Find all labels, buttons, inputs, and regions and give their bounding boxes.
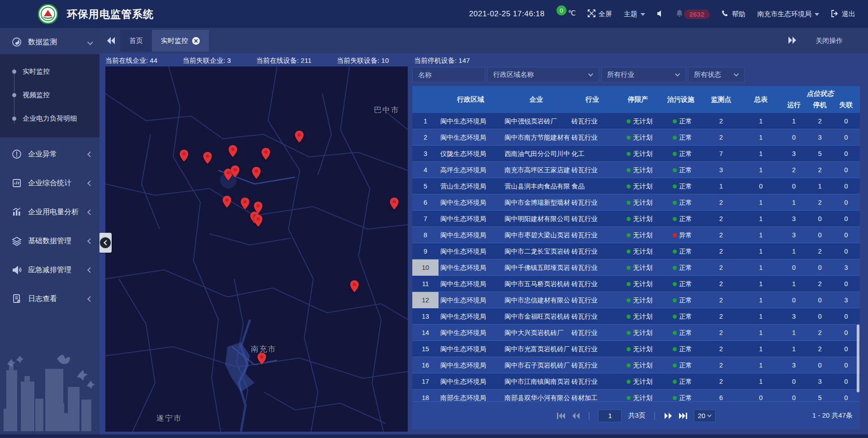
sidebar-item[interactable]: 企业异常	[0, 142, 99, 166]
cell-company: 阆中千佛镇五郎垭页岩	[503, 264, 570, 272]
table-row[interactable]: 17阆中生态环境局阆中市江南镇阆南页岩砖瓦行业无计划正常21030	[412, 373, 860, 390]
cell-monitor-points: 2	[701, 345, 741, 353]
table-row[interactable]: 15阆中生态环境局阆中市光富页岩机砖厂砖瓦行业无计划正常21120	[412, 341, 860, 357]
status-ok-dot	[627, 380, 631, 384]
sidebar-item[interactable]: 应急减排管理	[0, 258, 99, 282]
sidebar-item[interactable]: 数据监测	[0, 30, 99, 54]
table-row[interactable]: 13阆中生态环境局阆中市金福旺页岩机砖砖瓦行业无计划正常21300	[412, 308, 860, 325]
row-number: 11	[412, 276, 439, 292]
chevron-down-icon	[588, 71, 593, 76]
cell-company: 阆中市光富页岩机砖厂	[503, 345, 570, 353]
row-number: 10	[412, 259, 439, 276]
logout-button[interactable]: 退出	[831, 10, 855, 19]
sidebar-item[interactable]: 企业用电量分析	[0, 200, 99, 224]
table-row[interactable]: 2阆中生态环境局阆中市南方节能建材有砖瓦行业无计划正常21030	[412, 129, 860, 146]
map-pin[interactable]	[179, 150, 189, 162]
sidebar-item-label: 企业综合统计	[28, 179, 88, 188]
map-pin[interactable]	[241, 198, 250, 210]
notifications[interactable]: 2632	[676, 9, 710, 19]
table-row[interactable]: 10阆中生态环境局阆中千佛镇五郎垭页岩砖瓦行业无计划正常21003	[412, 259, 860, 276]
table-row[interactable]: 14阆中生态环境局阆中大兴页岩机砖厂砖瓦行业无计划正常21120	[412, 325, 860, 341]
status-alarm-dot	[673, 233, 677, 237]
status-ok-dot	[673, 380, 677, 384]
help-button[interactable]: 帮助	[722, 10, 745, 19]
cell-monitor-points: 2	[701, 297, 741, 304]
table-row[interactable]: 16阆中生态环境局阆中市石子页岩机砖厂砖瓦行业无计划正常21300	[412, 357, 860, 373]
sidebar-item-label: 企业用电量分析	[28, 207, 88, 217]
table-row[interactable]: 3仪陇生态环境局西南油气田分公司川中化工无计划正常71350	[412, 146, 860, 162]
table-row[interactable]: 9阆中生态环境局阆中市二龙长宝页岩砖砖瓦行业无计划正常21120	[412, 243, 860, 259]
sidebar-subitem[interactable]: 视频监控	[0, 83, 99, 107]
sidebar-item[interactable]: 企业综合统计	[0, 171, 99, 195]
tab-close-icon[interactable]	[192, 37, 200, 45]
map-pin[interactable]	[350, 280, 359, 292]
region-select[interactable]: 行政区域名称	[487, 67, 599, 82]
page-number-input[interactable]	[598, 410, 622, 422]
cell-facility-status: 异常	[661, 231, 701, 240]
map-pin[interactable]	[252, 167, 261, 179]
map-pin[interactable]	[390, 198, 399, 210]
close-operations-button[interactable]: 关闭操作	[816, 37, 843, 45]
cell-industry: 砖瓦行业	[570, 296, 615, 305]
sidebar-item[interactable]: 日志查看	[0, 287, 99, 311]
cell-run-count: 3	[780, 215, 807, 222]
theme-button[interactable]: 主题	[624, 10, 645, 19]
sidebar-item[interactable]: 基础数据管理	[0, 229, 99, 253]
sidebar-subitem[interactable]: 实时监控	[0, 60, 99, 83]
table-row[interactable]: 6阆中生态环境局阆中市金博瑞新型墙材砖瓦行业无计划正常21120	[412, 194, 860, 211]
prev-page-button[interactable]	[572, 413, 580, 419]
row-number: 17	[412, 373, 439, 390]
table-scrollbar[interactable]	[857, 325, 859, 392]
map-pin[interactable]	[254, 215, 263, 227]
name-search-input[interactable]	[412, 67, 485, 82]
map-pin[interactable]	[228, 145, 237, 157]
tab-home[interactable]: 首页	[120, 30, 152, 52]
map-pin[interactable]	[261, 148, 270, 160]
cell-stop-count: 0	[807, 297, 832, 304]
cell-production-status: 无计划	[615, 247, 661, 256]
cell-monitor-points: 2	[701, 215, 741, 222]
table-row[interactable]: 1阆中生态环境局阆中强锐页岩砖厂砖瓦行业无计划正常21120	[412, 113, 860, 129]
group-header-label: 点位状态	[807, 89, 834, 98]
cell-stop-count: 5	[807, 394, 832, 401]
status-select[interactable]: 所有状态	[688, 67, 745, 82]
tabs-scroll-left-button[interactable]	[107, 37, 116, 44]
map-city-label: 南充市	[250, 344, 276, 354]
cell-run-count: 0	[780, 134, 807, 141]
sidebar-subitem[interactable]: 企业电力负荷明细	[0, 107, 99, 130]
industry-select[interactable]: 所有行业	[601, 67, 686, 82]
table-row[interactable]: 18南部生态环境局南部县双华小河有限公砖材加工无计划正常60050	[412, 390, 860, 401]
table-row[interactable]: 7阆中生态环境局阆中明阳建材有限公司砖瓦行业无计划正常21300	[412, 211, 860, 227]
map-pin[interactable]	[203, 152, 212, 164]
tab-realtime-monitor[interactable]: 实时监控	[152, 30, 209, 52]
user-menu-button[interactable]: 南充市生态环境局	[757, 10, 819, 19]
map-pin[interactable]	[295, 131, 304, 143]
table-row[interactable]: 11阆中生态环境局阆中市五马桥页岩机砖砖瓦行业无计划正常21120	[412, 276, 860, 292]
temperature: 0 ℃	[557, 9, 576, 19]
cell-monitor-points: 2	[701, 329, 741, 336]
map-pin[interactable]	[257, 353, 266, 365]
tabs-scroll-right-button[interactable]	[788, 37, 797, 45]
table-row[interactable]: 8阆中生态环境局阆中市枣碧大梁山页岩砖瓦行业无计划异常21300	[412, 227, 860, 243]
cell-stop-count: 2	[807, 199, 832, 206]
cell-industry: 砖瓦行业	[570, 215, 615, 223]
table-row[interactable]: 5营山生态环境局营山县润丰肉食品有限食品无计划正常10010	[412, 178, 860, 194]
cell-production-status: 无计划	[615, 312, 661, 321]
map-panel[interactable]: 巴中市南充市遂宁市	[105, 66, 408, 432]
column-header: 监测点	[701, 86, 741, 113]
row-number: 2	[412, 129, 439, 146]
cell-total-meters: 1	[741, 313, 780, 320]
map-collapse-button[interactable]	[99, 233, 112, 253]
first-page-button[interactable]	[557, 413, 566, 419]
page-size-select[interactable]: 20	[694, 410, 716, 422]
mute-button[interactable]	[657, 10, 664, 19]
table-row[interactable]: 12阆中生态环境局阆中市忠信建材有限公砖瓦行业无计划正常21003	[412, 292, 860, 308]
next-page-button[interactable]	[664, 413, 672, 419]
cell-industry: 砖瓦行业	[570, 166, 615, 174]
map-pin[interactable]	[222, 196, 231, 208]
fullscreen-button[interactable]: 全屏	[588, 9, 612, 19]
table-row[interactable]: 4高坪生态环境局南充市高坪区王家店建砖瓦行业无计划正常31220	[412, 162, 860, 178]
map-pin[interactable]	[231, 165, 240, 178]
last-page-button[interactable]	[679, 413, 688, 419]
cell-region: 营山生态环境局	[439, 182, 503, 191]
